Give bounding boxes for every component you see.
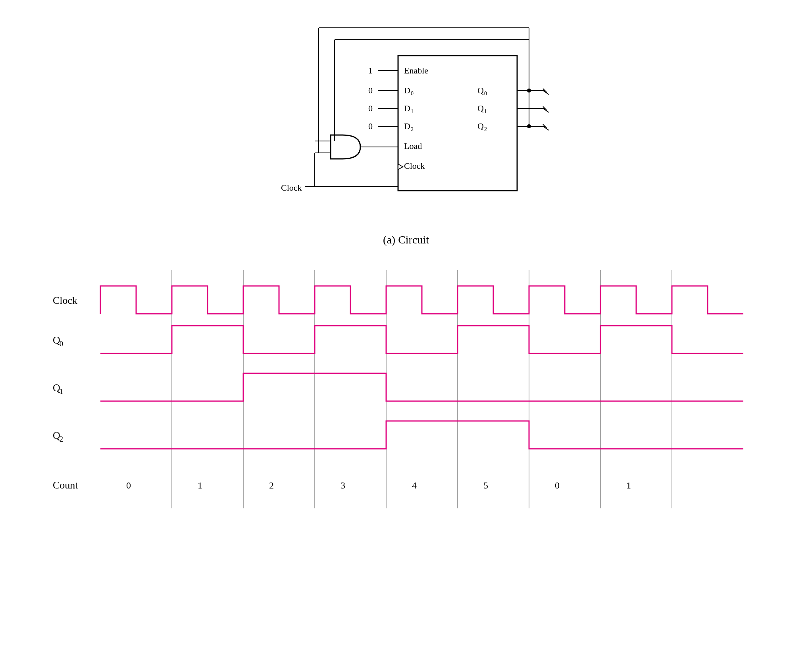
circuit-section: Enable D 0 D 1 D 2 Load Clock Q 0 Q 1 Q …	[227, 16, 585, 226]
svg-text:2: 2	[60, 435, 63, 443]
svg-text:D: D	[404, 121, 410, 131]
svg-text:0: 0	[484, 91, 487, 97]
svg-text:Enable: Enable	[404, 66, 428, 75]
svg-text:Clock: Clock	[53, 295, 77, 306]
svg-text:1: 1	[368, 66, 373, 75]
svg-text:D: D	[404, 85, 410, 95]
svg-text:2: 2	[411, 126, 414, 132]
timing-svg: Clock Q 0 Q 1 Q 2	[49, 262, 763, 540]
svg-text:0: 0	[555, 480, 560, 490]
svg-text:D: D	[404, 103, 410, 113]
svg-text:Load: Load	[404, 141, 422, 151]
svg-text:Clock: Clock	[281, 183, 302, 193]
svg-text:Q: Q	[477, 103, 484, 113]
circuit-svg: Enable D 0 D 1 D 2 Load Clock Q 0 Q 1 Q …	[227, 16, 585, 226]
svg-text:Clock: Clock	[404, 161, 425, 171]
svg-text:2: 2	[484, 126, 487, 132]
svg-text:1: 1	[198, 480, 202, 490]
svg-text:0: 0	[411, 91, 414, 97]
svg-text:0: 0	[368, 85, 373, 95]
svg-text:0: 0	[368, 103, 373, 113]
svg-text:3: 3	[341, 480, 345, 490]
svg-text:5: 5	[483, 480, 488, 490]
circuit-caption: (a) Circuit	[383, 234, 429, 246]
svg-text:4: 4	[412, 480, 417, 490]
svg-text:0: 0	[126, 480, 131, 490]
svg-text:Q: Q	[477, 121, 484, 131]
timing-section: Clock Q 0 Q 1 Q 2	[49, 262, 763, 540]
svg-text:1: 1	[411, 108, 414, 114]
svg-text:Q: Q	[477, 85, 484, 95]
svg-text:1: 1	[626, 480, 631, 490]
svg-text:2: 2	[269, 480, 274, 490]
svg-text:1: 1	[484, 108, 487, 114]
svg-text:0: 0	[368, 121, 373, 131]
svg-text:Count: Count	[53, 479, 78, 491]
svg-text:1: 1	[60, 388, 63, 396]
svg-text:0: 0	[60, 340, 63, 348]
main-container: Enable D 0 D 1 D 2 Load Clock Q 0 Q 1 Q …	[0, 0, 812, 668]
